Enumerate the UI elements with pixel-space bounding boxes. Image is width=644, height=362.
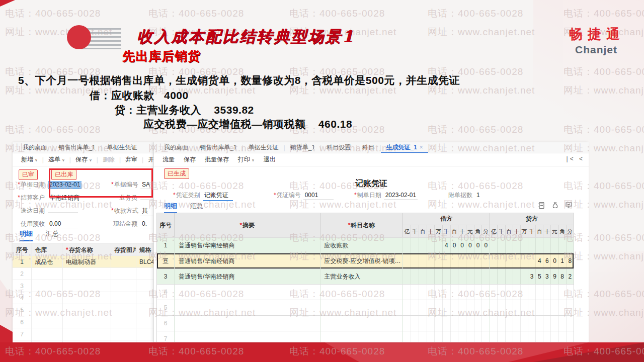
tab-close-icon[interactable]: × [420, 144, 423, 151]
right-tab-5[interactable]: 科目设置 [321, 143, 356, 152]
column-header-account: *科目名称 [320, 213, 404, 237]
summary-cell[interactable] [175, 285, 320, 300]
debit-digits [403, 331, 490, 342]
right-tab-1[interactable]: 我的桌面 [159, 143, 193, 152]
digit-cell [498, 253, 505, 268]
summary-cell[interactable]: 普通销售/华南经销商 [175, 238, 320, 253]
detail-tab-明细[interactable]: 明细 [20, 229, 33, 241]
account-cell[interactable] [320, 331, 404, 342]
field-value-input[interactable] [48, 212, 78, 213]
digit-cell [427, 285, 435, 300]
right-tab-3[interactable]: 单据生凭证 [244, 143, 284, 152]
field-value-input[interactable] [140, 199, 153, 200]
voucher-window: 我的桌面|销售出库单_1|单据生凭证|销货单_1|科目设置|科目|生成凭证_1×… [153, 142, 589, 342]
toolbar-button-3[interactable]: 保存∨ [71, 155, 97, 164]
balance-icon[interactable] [565, 202, 573, 209]
toolbar-button-1[interactable]: 新增∨ [17, 155, 42, 164]
voucher-row[interactable]: 亘普通销售/华南经销商应交税费-应交增值税-销项…46018 [157, 253, 574, 268]
toolbar-button-3[interactable]: 批量保存 [200, 155, 233, 164]
digit-cell [498, 331, 505, 342]
table-row: 7 [13, 328, 153, 340]
digit-cell [403, 300, 411, 315]
digit-cell [490, 238, 498, 253]
table-cell [63, 304, 111, 316]
account-cell[interactable] [320, 316, 404, 331]
digit-cell [528, 316, 536, 331]
digit-cell [419, 253, 427, 268]
summary-cell[interactable]: 普通销售/华南经销商 [175, 269, 320, 284]
record-nav-icons[interactable]: |< < [567, 155, 585, 162]
digit-header-row: 亿千百十万千百十元角分 [403, 225, 490, 237]
digit-cell [458, 269, 466, 284]
digit-cell [466, 331, 474, 342]
voucher-doc-title: 记账凭证 [154, 178, 589, 189]
debit-digits [403, 269, 490, 284]
required-asterisk-icon: * [18, 194, 20, 201]
summary-cell[interactable] [175, 331, 320, 342]
field-value-input[interactable]: 记账凭证 [203, 191, 233, 201]
digit-cell [443, 300, 451, 315]
left-window-tabbar: 我的桌面|销售出库单_1|单据生凭证 [13, 142, 153, 153]
row-number: 6 [157, 316, 175, 331]
right-tab-6[interactable]: 科目 [357, 143, 379, 152]
field-value-input[interactable]: 0. [140, 220, 153, 228]
status-badge-audited: 已审 [19, 169, 38, 180]
digit-cell [543, 285, 551, 300]
voucher-row: 6 [157, 315, 574, 331]
digit-cell: 0 [474, 238, 482, 253]
account-cell[interactable]: 应收账款 [320, 238, 404, 253]
page-title: 收入成本配比结转典型场景1 [137, 26, 355, 47]
body-line-2: 借：应收账款 4000 [90, 88, 189, 103]
account-cell[interactable]: 应交税费-应交增值税-销项… [320, 253, 404, 268]
account-cell[interactable]: 主营业务收入 [320, 269, 404, 284]
field-value-input[interactable]: 0001 [303, 192, 334, 200]
field-value-input[interactable]: 0.00 [48, 220, 78, 228]
money-bag-icon[interactable] [551, 202, 559, 209]
digit-cell: 3 [543, 269, 551, 284]
detail-tab-汇总[interactable]: 汇总 [190, 202, 203, 214]
prev-record-icon[interactable]: < [579, 155, 585, 162]
toolbar-button-4[interactable]: 打印∨ [233, 155, 259, 164]
table-row: 6 [13, 316, 153, 328]
left-tab-1[interactable]: 我的桌面 [18, 143, 52, 152]
right-tab-7[interactable]: 生成凭证_1× [381, 142, 428, 153]
toolbar-button-5[interactable]: 弃审 [121, 155, 142, 164]
table-row: 8 [13, 340, 153, 342]
account-cell[interactable] [320, 300, 404, 315]
toolbar-button-2[interactable]: 选单∨ [44, 155, 69, 164]
voucher-row: 3普通销售/华南经销商主营业务收入353982 [157, 268, 574, 284]
first-record-icon[interactable]: |< [567, 155, 576, 162]
toolbar-button-1[interactable]: 流量 [158, 155, 179, 164]
field-value-input[interactable]: 2023-02-01 [384, 192, 418, 200]
digit-cell [521, 285, 528, 300]
summary-cell[interactable] [175, 300, 320, 315]
digit-cell [536, 285, 543, 300]
digit-cell [474, 269, 482, 284]
detail-tab-明细[interactable]: 明细 [164, 202, 177, 214]
left-tab-3[interactable]: 单据生凭证 [102, 143, 142, 152]
table-row[interactable]: 1成品仓电磁制动器BLC45 [13, 256, 153, 268]
detail-tab-汇总[interactable]: 汇总 [46, 229, 59, 241]
right-tab-4[interactable]: 销货单_1 [285, 143, 320, 152]
field-value-input[interactable]: 1 [475, 192, 481, 199]
table-cell [63, 280, 111, 292]
column-header-规格: 规格 [136, 243, 153, 255]
summary-cell[interactable] [175, 316, 320, 331]
left-tab-2[interactable]: 销售出库单_1 [53, 143, 100, 152]
summary-cell[interactable]: 普通销售/华南经销商 [175, 253, 320, 268]
bottom-red-band [0, 342, 644, 362]
digit-cell [498, 238, 505, 253]
digit-cell [474, 253, 482, 268]
ledger-icon[interactable] [538, 202, 545, 209]
digit-cell: 3 [528, 269, 536, 284]
right-tab-2[interactable]: 销售出库单_1 [195, 143, 242, 152]
account-cell[interactable] [320, 285, 404, 300]
toolbar-button-5[interactable]: 退出 [259, 155, 280, 164]
field-value-input[interactable]: 其 [140, 207, 153, 216]
right-detail-tabs: 明细汇总 [164, 202, 203, 214]
digit-cell [490, 316, 498, 331]
digit-cell: 6 [543, 253, 551, 268]
digit-cell [411, 331, 419, 342]
toolbar-button-6[interactable]: 开票 [143, 155, 153, 164]
toolbar-button-2[interactable]: 保存 [179, 155, 200, 164]
